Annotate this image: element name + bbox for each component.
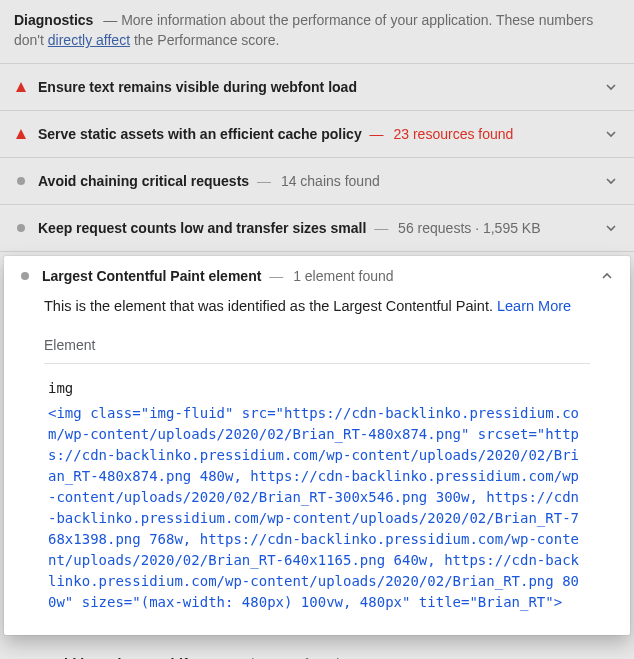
warning-triangle-icon: [14, 80, 28, 94]
chevron-down-icon[interactable]: [602, 78, 620, 96]
dash: —: [370, 220, 392, 236]
lcp-desc-text: This is the element that was identified …: [44, 298, 497, 314]
audit-title: Avoid chaining critical requests: [38, 173, 249, 189]
svg-point-2: [17, 177, 25, 185]
svg-point-4: [21, 272, 29, 280]
audit-text: Serve static assets with an efficient ca…: [38, 126, 513, 142]
audit-text: Avoid chaining critical requests — 14 ch…: [38, 173, 380, 189]
directly-affect-link[interactable]: directly affect: [48, 32, 130, 48]
audit-serve-static-assets-with-an-efficient-cache-policy[interactable]: Serve static assets with an efficient ca…: [0, 111, 634, 158]
lcp-audit-body: This is the element that was identified …: [4, 296, 630, 635]
audit-extra: 14 chains found: [281, 173, 380, 189]
lcp-audit-row[interactable]: Largest Contentful Paint element — 1 ele…: [4, 256, 630, 296]
audit-avoid-large-layout-shifts[interactable]: Avoid large layout shifts — 5 elements f…: [0, 641, 634, 659]
audits-after-list: Avoid large layout shifts — 5 elements f…: [0, 641, 634, 659]
diagnostics-title: Diagnostics: [14, 12, 93, 28]
chevron-up-icon[interactable]: [598, 267, 616, 285]
svg-marker-1: [16, 129, 26, 139]
lcp-audit-title: Largest Contentful Paint element: [42, 268, 261, 284]
audit-extra: 56 requests · 1,595 KB: [398, 220, 540, 236]
audit-title: Ensure text remains visible during webfo…: [38, 79, 357, 95]
element-code-block: img <img class="img-fluid" src="https://…: [44, 363, 590, 617]
diagnostics-header: Diagnostics — More information about the…: [0, 0, 634, 64]
chevron-down-icon[interactable]: [602, 125, 620, 143]
neutral-dot-icon: [14, 221, 28, 235]
lcp-audit-extra: 1 element found: [293, 268, 393, 284]
lcp-audit-description: This is the element that was identified …: [44, 296, 590, 317]
audit-keep-request-counts-low-and-transfer-sizes-small[interactable]: Keep request counts low and transfer siz…: [0, 205, 634, 252]
audit-text: Ensure text remains visible during webfo…: [38, 79, 357, 95]
element-tag-name: img: [48, 378, 586, 399]
audits-list: Ensure text remains visible during webfo…: [0, 64, 634, 252]
neutral-dot-icon: [14, 174, 28, 188]
element-heading: Element: [44, 335, 590, 355]
element-html-snippet: <img class="img-fluid" src="https://cdn-…: [48, 403, 586, 613]
dash: —: [269, 268, 283, 284]
lcp-audit-expanded-card: Largest Contentful Paint element — 1 ele…: [4, 256, 630, 635]
audit-extra: 23 resources found: [393, 126, 513, 142]
audit-title: Serve static assets with an efficient ca…: [38, 126, 362, 142]
dash: —: [253, 173, 275, 189]
dash: —: [366, 126, 388, 142]
diagnostics-description: — More information about the performance…: [14, 12, 593, 48]
chevron-down-icon[interactable]: [602, 172, 620, 190]
chevron-down-icon[interactable]: [602, 219, 620, 237]
svg-marker-0: [16, 82, 26, 92]
audit-text: Keep request counts low and transfer siz…: [38, 220, 541, 236]
audit-title: Keep request counts low and transfer siz…: [38, 220, 366, 236]
learn-more-link[interactable]: Learn More: [497, 298, 571, 314]
audit-avoid-chaining-critical-requests[interactable]: Avoid chaining critical requests — 14 ch…: [0, 158, 634, 205]
diagnostics-panel: Diagnostics — More information about the…: [0, 0, 634, 659]
chevron-down-icon[interactable]: [602, 655, 620, 659]
svg-point-3: [17, 224, 25, 232]
audit-ensure-text-remains-visible-during-webfont-load[interactable]: Ensure text remains visible during webfo…: [0, 64, 634, 111]
lcp-audit-text: Largest Contentful Paint element — 1 ele…: [42, 268, 394, 284]
neutral-dot-icon: [18, 269, 32, 283]
diagnostics-desc-suffix: the Performance score.: [130, 32, 279, 48]
warning-triangle-icon: [14, 127, 28, 141]
